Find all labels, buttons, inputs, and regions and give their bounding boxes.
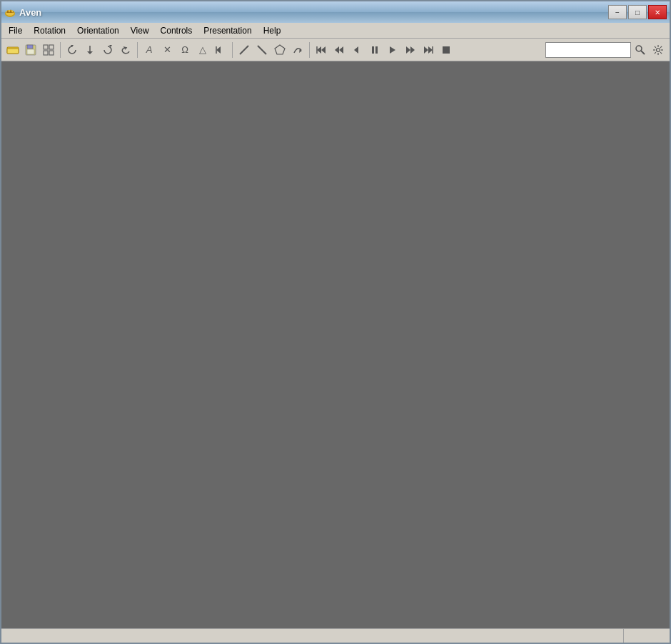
svg-marker-37 — [424, 46, 428, 54]
undo-icon — [120, 44, 131, 56]
surface-legs-button[interactable] — [253, 41, 271, 59]
status-bar — [1, 628, 670, 643]
minimize-button[interactable]: − — [608, 5, 627, 19]
stations-icon: Ω — [181, 44, 188, 55]
back-icon — [215, 44, 226, 56]
svg-marker-34 — [390, 46, 395, 54]
svg-rect-9 — [27, 45, 33, 49]
rewind-button[interactable] — [331, 41, 348, 59]
svg-marker-30 — [339, 46, 343, 54]
svg-rect-40 — [443, 46, 450, 54]
title-bar: Aven − □ ✕ — [1, 1, 670, 23]
svg-rect-32 — [372, 46, 374, 54]
legs-button[interactable] — [236, 41, 253, 59]
save-icon — [25, 44, 36, 56]
svg-marker-31 — [354, 46, 358, 54]
menu-bar: File Rotation Orientation View Controls … — [1, 23, 670, 39]
entrance-button[interactable] — [289, 41, 306, 59]
open-icon — [6, 44, 19, 56]
svg-rect-7 — [7, 49, 19, 54]
menu-rotation[interactable]: Rotation — [28, 23, 71, 38]
fast-forward-button[interactable] — [402, 41, 419, 59]
svg-rect-14 — [49, 51, 54, 55]
sep3 — [232, 42, 233, 58]
labels-button[interactable]: A — [141, 41, 158, 59]
menu-file[interactable]: File — [3, 23, 28, 38]
rewind-icon — [333, 44, 345, 56]
open-button[interactable] — [4, 41, 21, 59]
surface-button[interactable]: △ — [194, 41, 211, 59]
main-window: Aven − □ ✕ File Rotation Orientation Vie… — [0, 0, 671, 644]
rotate-cw-icon — [102, 44, 113, 56]
svg-marker-38 — [428, 46, 433, 54]
toolbar: A ✕ Ω △ — [1, 39, 670, 61]
skip-to-end-button[interactable] — [420, 41, 437, 59]
pause-button[interactable] — [366, 41, 383, 59]
skip-to-start-button[interactable] — [313, 41, 330, 59]
sep4 — [309, 42, 310, 58]
prev-button[interactable] — [348, 41, 365, 59]
svg-marker-27 — [321, 46, 326, 54]
fast-forward-icon — [405, 44, 416, 56]
status-left — [4, 629, 624, 643]
maximize-button[interactable]: □ — [628, 5, 647, 19]
svg-marker-24 — [275, 45, 285, 54]
entrance-icon — [292, 44, 303, 56]
svg-rect-12 — [49, 45, 54, 49]
pause-icon — [369, 44, 380, 56]
svg-line-23 — [258, 46, 266, 54]
svg-line-49 — [660, 52, 662, 54]
rotate-ccw-button[interactable] — [64, 41, 81, 59]
skip-to-end-icon — [423, 44, 434, 56]
svg-line-51 — [655, 52, 656, 54]
undo-button[interactable] — [117, 41, 134, 59]
main-viewport[interactable] — [1, 61, 670, 628]
grid-button[interactable] — [40, 41, 57, 59]
menu-view[interactable]: View — [125, 23, 155, 38]
svg-line-22 — [240, 46, 248, 54]
lrud-button[interactable] — [271, 41, 288, 59]
svg-point-41 — [636, 46, 642, 51]
sep2 — [137, 42, 138, 58]
svg-marker-17 — [87, 51, 93, 54]
svg-marker-36 — [410, 46, 415, 54]
svg-line-50 — [660, 46, 662, 47]
surface-icon: △ — [199, 44, 206, 55]
close-button[interactable]: ✕ — [648, 5, 667, 19]
rotate-cw-button[interactable] — [99, 41, 116, 59]
title-buttons: − □ ✕ — [608, 5, 667, 19]
save-button[interactable] — [22, 41, 39, 59]
settings-button[interactable] — [650, 41, 667, 59]
svg-line-42 — [641, 51, 645, 54]
menu-controls[interactable]: Controls — [155, 23, 198, 38]
svg-marker-35 — [406, 46, 410, 54]
svg-rect-11 — [44, 45, 48, 49]
title-bar-left: Aven — [4, 6, 41, 18]
rotate-ccw-icon — [66, 44, 78, 56]
settings-icon — [652, 44, 664, 56]
stations-button[interactable]: Ω — [176, 41, 193, 59]
svg-marker-20 — [216, 46, 221, 54]
sep1 — [60, 42, 61, 58]
legs-icon — [238, 44, 250, 56]
crosses-icon: ✕ — [163, 44, 171, 55]
rotate-down-button[interactable] — [81, 41, 99, 59]
svg-rect-13 — [44, 51, 48, 55]
svg-marker-26 — [317, 46, 321, 54]
stop-button[interactable] — [438, 41, 455, 59]
menu-help[interactable]: Help — [258, 23, 287, 38]
svg-rect-33 — [375, 46, 378, 54]
back-button[interactable] — [212, 41, 229, 59]
search-button[interactable] — [632, 41, 649, 59]
play-icon — [387, 44, 398, 56]
lrud-icon — [274, 44, 286, 56]
menu-presentation[interactable]: Presentation — [198, 23, 257, 38]
svg-marker-29 — [335, 46, 339, 54]
stop-icon — [440, 44, 452, 56]
play-button[interactable] — [384, 41, 401, 59]
menu-orientation[interactable]: Orientation — [71, 23, 125, 38]
search-input[interactable] — [545, 42, 631, 58]
crosses-button[interactable]: ✕ — [158, 41, 176, 59]
svg-point-43 — [657, 48, 660, 51]
app-title: Aven — [19, 7, 41, 18]
